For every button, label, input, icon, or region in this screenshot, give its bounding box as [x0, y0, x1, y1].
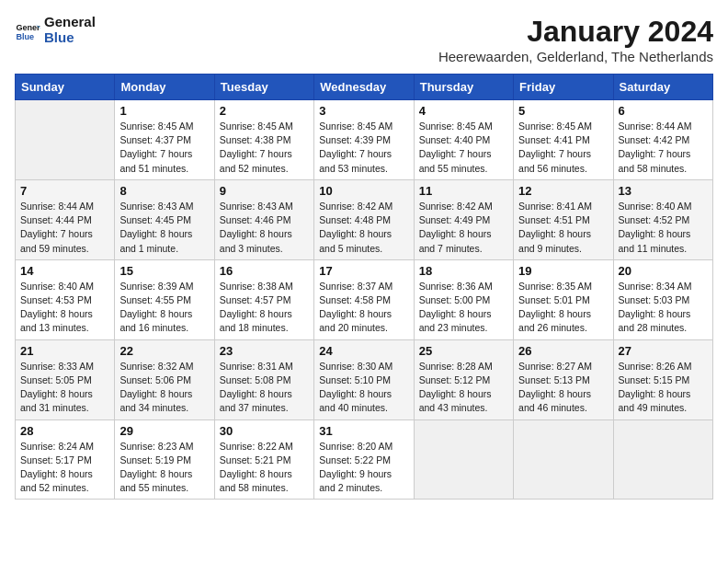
day-cell: 12Sunrise: 8:41 AMSunset: 4:51 PMDayligh…	[514, 179, 613, 259]
day-cell: 2Sunrise: 8:45 AMSunset: 4:38 PMDaylight…	[214, 100, 313, 180]
week-row-5: 28Sunrise: 8:24 AMSunset: 5:17 PMDayligh…	[16, 419, 713, 500]
day-info: Sunrise: 8:45 AMSunset: 4:40 PMDaylight:…	[419, 120, 508, 176]
day-number: 13	[619, 184, 708, 198]
day-cell	[16, 100, 115, 180]
day-number: 12	[518, 184, 608, 198]
day-cell: 13Sunrise: 8:40 AMSunset: 4:52 PMDayligh…	[613, 179, 712, 259]
day-number: 21	[20, 344, 109, 358]
title-area: January 2024 Heerewaarden, Gelderland, T…	[438, 15, 713, 64]
day-cell: 19Sunrise: 8:35 AMSunset: 5:01 PMDayligh…	[514, 259, 613, 339]
day-cell: 24Sunrise: 8:30 AMSunset: 5:10 PMDayligh…	[314, 339, 414, 419]
day-cell: 26Sunrise: 8:27 AMSunset: 5:13 PMDayligh…	[514, 339, 613, 419]
day-number: 11	[419, 184, 508, 198]
day-cell: 29Sunrise: 8:23 AMSunset: 5:19 PMDayligh…	[115, 419, 214, 500]
day-cell: 22Sunrise: 8:32 AMSunset: 5:06 PMDayligh…	[115, 339, 214, 419]
day-cell: 30Sunrise: 8:22 AMSunset: 5:21 PMDayligh…	[214, 419, 313, 500]
day-number: 29	[119, 424, 209, 438]
day-number: 4	[419, 104, 508, 118]
day-cell	[414, 419, 513, 500]
day-cell: 21Sunrise: 8:33 AMSunset: 5:05 PMDayligh…	[16, 339, 115, 419]
day-number: 15	[119, 264, 209, 278]
week-row-2: 7Sunrise: 8:44 AMSunset: 4:44 PMDaylight…	[16, 179, 713, 259]
day-number: 19	[518, 264, 608, 278]
day-cell	[613, 419, 712, 500]
day-number: 1	[119, 104, 209, 118]
day-info: Sunrise: 8:36 AMSunset: 5:00 PMDaylight:…	[419, 280, 508, 336]
day-of-week-row: SundayMondayTuesdayWednesdayThursdayFrid…	[16, 75, 713, 100]
day-info: Sunrise: 8:43 AMSunset: 4:46 PMDaylight:…	[220, 200, 309, 256]
day-cell: 10Sunrise: 8:42 AMSunset: 4:48 PMDayligh…	[314, 179, 414, 259]
day-cell: 5Sunrise: 8:45 AMSunset: 4:41 PMDaylight…	[514, 100, 613, 180]
dow-header-friday: Friday	[514, 75, 613, 100]
day-info: Sunrise: 8:44 AMSunset: 4:44 PMDaylight:…	[20, 200, 109, 256]
day-number: 20	[619, 264, 708, 278]
day-cell: 1Sunrise: 8:45 AMSunset: 4:37 PMDaylight…	[115, 100, 214, 180]
day-number: 14	[20, 264, 109, 278]
day-info: Sunrise: 8:28 AMSunset: 5:12 PMDaylight:…	[419, 360, 508, 416]
day-cell: 20Sunrise: 8:34 AMSunset: 5:03 PMDayligh…	[613, 259, 712, 339]
day-cell	[514, 419, 613, 500]
day-info: Sunrise: 8:45 AMSunset: 4:41 PMDaylight:…	[518, 120, 608, 176]
day-cell: 6Sunrise: 8:44 AMSunset: 4:42 PMDaylight…	[613, 100, 712, 180]
day-cell: 8Sunrise: 8:43 AMSunset: 4:45 PMDaylight…	[115, 179, 214, 259]
day-number: 28	[20, 424, 109, 438]
day-info: Sunrise: 8:38 AMSunset: 4:57 PMDaylight:…	[220, 280, 309, 336]
day-number: 22	[119, 344, 209, 358]
day-number: 18	[419, 264, 508, 278]
logo: General Blue General Blue	[15, 15, 96, 45]
calendar-title: January 2024	[438, 15, 713, 49]
calendar-subtitle: Heerewaarden, Gelderland, The Netherland…	[438, 49, 713, 64]
calendar-body: 1Sunrise: 8:45 AMSunset: 4:37 PMDaylight…	[16, 100, 713, 500]
day-number: 23	[220, 344, 309, 358]
day-number: 7	[20, 184, 109, 198]
day-number: 9	[220, 184, 309, 198]
day-cell: 15Sunrise: 8:39 AMSunset: 4:55 PMDayligh…	[115, 259, 214, 339]
day-number: 27	[619, 344, 708, 358]
day-number: 25	[419, 344, 508, 358]
day-info: Sunrise: 8:27 AMSunset: 5:13 PMDaylight:…	[518, 360, 608, 416]
day-number: 31	[319, 424, 408, 438]
day-number: 3	[319, 104, 408, 118]
logo-line1: General	[44, 15, 96, 30]
logo-icon: General Blue	[15, 17, 40, 43]
dow-header-tuesday: Tuesday	[214, 75, 313, 100]
day-info: Sunrise: 8:39 AMSunset: 4:55 PMDaylight:…	[119, 280, 209, 336]
day-cell: 23Sunrise: 8:31 AMSunset: 5:08 PMDayligh…	[214, 339, 313, 419]
day-cell: 4Sunrise: 8:45 AMSunset: 4:40 PMDaylight…	[414, 100, 513, 180]
header: General Blue General Blue January 2024 H…	[15, 15, 713, 64]
day-info: Sunrise: 8:40 AMSunset: 4:52 PMDaylight:…	[619, 200, 708, 256]
week-row-4: 21Sunrise: 8:33 AMSunset: 5:05 PMDayligh…	[16, 339, 713, 419]
day-cell: 18Sunrise: 8:36 AMSunset: 5:00 PMDayligh…	[414, 259, 513, 339]
day-info: Sunrise: 8:45 AMSunset: 4:37 PMDaylight:…	[119, 120, 209, 176]
day-info: Sunrise: 8:31 AMSunset: 5:08 PMDaylight:…	[220, 360, 309, 416]
day-cell: 7Sunrise: 8:44 AMSunset: 4:44 PMDaylight…	[16, 179, 115, 259]
day-info: Sunrise: 8:22 AMSunset: 5:21 PMDaylight:…	[220, 440, 309, 496]
day-number: 10	[319, 184, 408, 198]
day-number: 16	[220, 264, 309, 278]
day-info: Sunrise: 8:43 AMSunset: 4:45 PMDaylight:…	[119, 200, 209, 256]
day-info: Sunrise: 8:24 AMSunset: 5:17 PMDaylight:…	[20, 440, 109, 496]
day-number: 8	[119, 184, 209, 198]
week-row-3: 14Sunrise: 8:40 AMSunset: 4:53 PMDayligh…	[16, 259, 713, 339]
day-cell: 17Sunrise: 8:37 AMSunset: 4:58 PMDayligh…	[314, 259, 414, 339]
day-info: Sunrise: 8:40 AMSunset: 4:53 PMDaylight:…	[20, 280, 109, 336]
day-cell: 16Sunrise: 8:38 AMSunset: 4:57 PMDayligh…	[214, 259, 313, 339]
day-cell: 28Sunrise: 8:24 AMSunset: 5:17 PMDayligh…	[16, 419, 115, 500]
day-cell: 31Sunrise: 8:20 AMSunset: 5:22 PMDayligh…	[314, 419, 414, 500]
day-info: Sunrise: 8:42 AMSunset: 4:48 PMDaylight:…	[319, 200, 408, 256]
day-info: Sunrise: 8:37 AMSunset: 4:58 PMDaylight:…	[319, 280, 408, 336]
day-info: Sunrise: 8:23 AMSunset: 5:19 PMDaylight:…	[119, 440, 209, 496]
day-cell: 25Sunrise: 8:28 AMSunset: 5:12 PMDayligh…	[414, 339, 513, 419]
dow-header-sunday: Sunday	[16, 75, 115, 100]
week-row-1: 1Sunrise: 8:45 AMSunset: 4:37 PMDaylight…	[16, 100, 713, 180]
dow-header-wednesday: Wednesday	[314, 75, 414, 100]
day-info: Sunrise: 8:20 AMSunset: 5:22 PMDaylight:…	[319, 440, 408, 496]
svg-text:Blue: Blue	[16, 31, 34, 40]
day-cell: 27Sunrise: 8:26 AMSunset: 5:15 PMDayligh…	[613, 339, 712, 419]
svg-text:General: General	[16, 23, 40, 32]
day-number: 30	[220, 424, 309, 438]
day-number: 2	[220, 104, 309, 118]
day-info: Sunrise: 8:26 AMSunset: 5:15 PMDaylight:…	[619, 360, 708, 416]
day-info: Sunrise: 8:45 AMSunset: 4:39 PMDaylight:…	[319, 120, 408, 176]
day-info: Sunrise: 8:45 AMSunset: 4:38 PMDaylight:…	[220, 120, 309, 176]
